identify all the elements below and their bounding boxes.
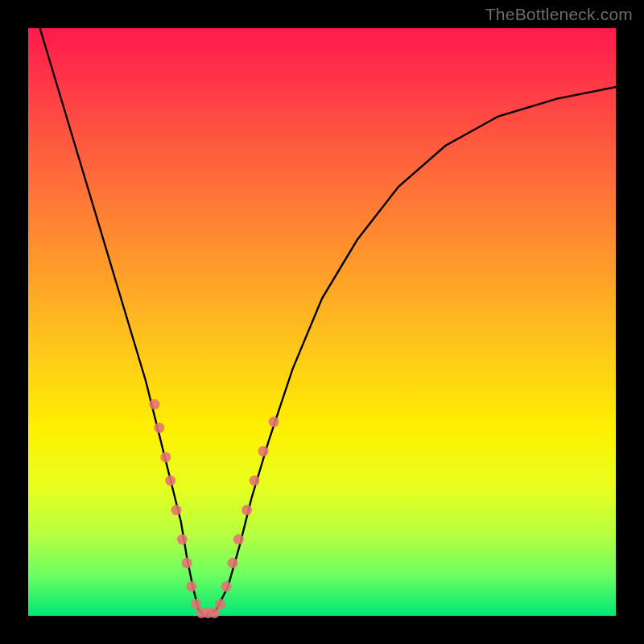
highlight-dot [160, 452, 171, 462]
highlight-dot [191, 599, 201, 609]
bottleneck-curve [40, 28, 616, 616]
highlight-dot [221, 581, 232, 592]
highlight-dot [154, 423, 164, 433]
highlight-dots [149, 399, 279, 618]
highlight-dot [242, 505, 252, 515]
highlight-dot [258, 446, 269, 456]
highlight-dot [177, 535, 188, 545]
highlight-dot [269, 417, 279, 427]
highlight-dot [250, 476, 260, 486]
highlight-dot [233, 535, 244, 545]
highlight-dot [182, 558, 192, 568]
chart-frame: TheBottleneck.com [0, 0, 644, 644]
highlight-dot [171, 505, 182, 515]
highlight-dot [186, 581, 196, 592]
highlight-dot [209, 608, 220, 618]
highlight-dot [165, 476, 175, 486]
highlight-dot [228, 558, 238, 568]
highlight-dot [149, 399, 159, 410]
highlight-dot [215, 599, 225, 609]
plot-area [28, 28, 616, 616]
watermark-text: TheBottleneck.com [485, 5, 633, 24]
curve-svg [28, 28, 616, 616]
